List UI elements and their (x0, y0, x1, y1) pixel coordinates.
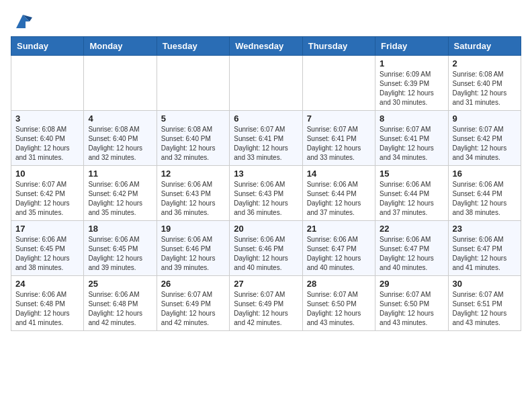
week-row-3: 10Sunrise: 6:07 AM Sunset: 6:42 PM Dayli… (11, 166, 521, 221)
day-info: Sunrise: 6:06 AM Sunset: 6:43 PM Dayligh… (234, 180, 298, 218)
day-cell (302, 56, 375, 111)
day-cell: 27Sunrise: 6:07 AM Sunset: 6:49 PM Dayli… (230, 276, 302, 331)
day-number: 10 (15, 169, 79, 179)
day-cell: 9Sunrise: 6:07 AM Sunset: 6:42 PM Daylig… (448, 111, 521, 166)
page: SundayMondayTuesdayWednesdayThursdayFrid… (0, 0, 532, 339)
day-cell: 29Sunrise: 6:07 AM Sunset: 6:50 PM Dayli… (375, 276, 448, 331)
weekday-header-row: SundayMondayTuesdayWednesdayThursdayFrid… (11, 37, 521, 56)
day-number: 24 (15, 279, 79, 289)
day-number: 15 (380, 169, 443, 179)
day-info: Sunrise: 6:07 AM Sunset: 6:50 PM Dayligh… (380, 290, 443, 328)
day-cell (11, 56, 84, 111)
day-info: Sunrise: 6:06 AM Sunset: 6:44 PM Dayligh… (380, 180, 443, 218)
day-cell: 1Sunrise: 6:09 AM Sunset: 6:39 PM Daylig… (375, 56, 448, 111)
day-info: Sunrise: 6:09 AM Sunset: 6:39 PM Dayligh… (380, 70, 443, 107)
day-cell: 5Sunrise: 6:08 AM Sunset: 6:40 PM Daylig… (157, 111, 229, 166)
calendar: SundayMondayTuesdayWednesdayThursdayFrid… (11, 36, 521, 331)
week-row-5: 24Sunrise: 6:06 AM Sunset: 6:48 PM Dayli… (11, 276, 521, 331)
day-cell: 25Sunrise: 6:06 AM Sunset: 6:48 PM Dayli… (84, 276, 157, 331)
day-cell: 8Sunrise: 6:07 AM Sunset: 6:41 PM Daylig… (375, 111, 448, 166)
day-cell: 13Sunrise: 6:06 AM Sunset: 6:43 PM Dayli… (230, 166, 302, 221)
day-number: 19 (161, 224, 225, 234)
day-info: Sunrise: 6:07 AM Sunset: 6:41 PM Dayligh… (380, 125, 443, 163)
day-cell: 19Sunrise: 6:06 AM Sunset: 6:46 PM Dayli… (157, 221, 229, 276)
day-info: Sunrise: 6:07 AM Sunset: 6:41 PM Dayligh… (307, 125, 371, 163)
day-cell: 26Sunrise: 6:07 AM Sunset: 6:49 PM Dayli… (157, 276, 229, 331)
day-info: Sunrise: 6:06 AM Sunset: 6:47 PM Dayligh… (453, 235, 517, 273)
weekday-wednesday: Wednesday (230, 37, 302, 56)
day-info: Sunrise: 6:06 AM Sunset: 6:42 PM Dayligh… (88, 180, 152, 218)
day-number: 13 (234, 169, 298, 179)
day-number: 9 (453, 113, 517, 124)
day-cell (84, 56, 157, 111)
weekday-sunday: Sunday (11, 37, 84, 56)
day-number: 20 (234, 224, 298, 234)
day-number: 4 (88, 113, 152, 124)
week-row-4: 17Sunrise: 6:06 AM Sunset: 6:45 PM Dayli… (11, 221, 521, 276)
day-cell: 23Sunrise: 6:06 AM Sunset: 6:47 PM Dayli… (448, 221, 521, 276)
day-number: 18 (88, 224, 152, 234)
day-info: Sunrise: 6:06 AM Sunset: 6:47 PM Dayligh… (380, 235, 443, 273)
day-info: Sunrise: 6:06 AM Sunset: 6:44 PM Dayligh… (453, 180, 517, 218)
week-row-1: 1Sunrise: 6:09 AM Sunset: 6:39 PM Daylig… (11, 56, 521, 111)
day-cell: 11Sunrise: 6:06 AM Sunset: 6:42 PM Dayli… (84, 166, 157, 221)
day-number: 23 (453, 224, 517, 234)
day-number: 16 (453, 169, 517, 179)
day-number: 8 (380, 113, 443, 124)
day-cell: 7Sunrise: 6:07 AM Sunset: 6:41 PM Daylig… (302, 111, 375, 166)
day-number: 11 (88, 169, 152, 179)
day-cell: 30Sunrise: 6:07 AM Sunset: 6:51 PM Dayli… (448, 276, 521, 331)
day-cell: 6Sunrise: 6:07 AM Sunset: 6:41 PM Daylig… (230, 111, 302, 166)
day-number: 12 (161, 169, 225, 179)
day-info: Sunrise: 6:06 AM Sunset: 6:45 PM Dayligh… (15, 235, 79, 273)
day-cell: 28Sunrise: 6:07 AM Sunset: 6:50 PM Dayli… (302, 276, 375, 331)
day-cell: 16Sunrise: 6:06 AM Sunset: 6:44 PM Dayli… (448, 166, 521, 221)
day-info: Sunrise: 6:06 AM Sunset: 6:43 PM Dayligh… (161, 180, 225, 218)
day-info: Sunrise: 6:06 AM Sunset: 6:48 PM Dayligh… (88, 290, 152, 328)
day-info: Sunrise: 6:06 AM Sunset: 6:45 PM Dayligh… (88, 235, 152, 273)
day-info: Sunrise: 6:07 AM Sunset: 6:49 PM Dayligh… (234, 290, 298, 328)
day-info: Sunrise: 6:07 AM Sunset: 6:51 PM Dayligh… (453, 290, 517, 328)
day-number: 17 (15, 224, 79, 234)
day-cell: 14Sunrise: 6:06 AM Sunset: 6:44 PM Dayli… (302, 166, 375, 221)
day-cell (230, 56, 302, 111)
day-info: Sunrise: 6:06 AM Sunset: 6:47 PM Dayligh… (307, 235, 371, 273)
day-number: 3 (15, 113, 79, 124)
day-cell: 20Sunrise: 6:06 AM Sunset: 6:46 PM Dayli… (230, 221, 302, 276)
day-cell: 3Sunrise: 6:08 AM Sunset: 6:40 PM Daylig… (11, 111, 84, 166)
day-cell: 10Sunrise: 6:07 AM Sunset: 6:42 PM Dayli… (11, 166, 84, 221)
day-info: Sunrise: 6:06 AM Sunset: 6:44 PM Dayligh… (307, 180, 371, 218)
day-info: Sunrise: 6:07 AM Sunset: 6:50 PM Dayligh… (307, 290, 371, 328)
day-cell: 2Sunrise: 6:08 AM Sunset: 6:40 PM Daylig… (448, 56, 521, 111)
day-number: 2 (453, 58, 517, 68)
day-info: Sunrise: 6:06 AM Sunset: 6:48 PM Dayligh… (15, 290, 79, 328)
day-cell: 18Sunrise: 6:06 AM Sunset: 6:45 PM Dayli… (84, 221, 157, 276)
logo-icon (13, 12, 32, 31)
day-info: Sunrise: 6:07 AM Sunset: 6:49 PM Dayligh… (161, 290, 225, 328)
week-row-2: 3Sunrise: 6:08 AM Sunset: 6:40 PM Daylig… (11, 111, 521, 166)
weekday-thursday: Thursday (302, 37, 375, 56)
day-number: 27 (234, 279, 298, 289)
day-cell: 12Sunrise: 6:06 AM Sunset: 6:43 PM Dayli… (157, 166, 229, 221)
day-number: 1 (380, 58, 443, 68)
day-info: Sunrise: 6:08 AM Sunset: 6:40 PM Dayligh… (161, 125, 225, 163)
day-number: 5 (161, 113, 225, 124)
day-info: Sunrise: 6:08 AM Sunset: 6:40 PM Dayligh… (453, 70, 517, 107)
weekday-monday: Monday (84, 37, 157, 56)
weekday-saturday: Saturday (448, 37, 521, 56)
day-number: 22 (380, 224, 443, 234)
day-cell (157, 56, 229, 111)
day-number: 7 (307, 113, 371, 124)
day-cell: 21Sunrise: 6:06 AM Sunset: 6:47 PM Dayli… (302, 221, 375, 276)
day-cell: 15Sunrise: 6:06 AM Sunset: 6:44 PM Dayli… (375, 166, 448, 221)
day-number: 14 (307, 169, 371, 179)
weekday-friday: Friday (375, 37, 448, 56)
day-info: Sunrise: 6:07 AM Sunset: 6:42 PM Dayligh… (15, 180, 79, 218)
day-number: 6 (234, 113, 298, 124)
day-number: 30 (453, 279, 517, 289)
day-cell: 22Sunrise: 6:06 AM Sunset: 6:47 PM Dayli… (375, 221, 448, 276)
day-number: 29 (380, 279, 443, 289)
header (11, 11, 521, 31)
day-info: Sunrise: 6:06 AM Sunset: 6:46 PM Dayligh… (234, 235, 298, 273)
day-cell: 17Sunrise: 6:06 AM Sunset: 6:45 PM Dayli… (11, 221, 84, 276)
